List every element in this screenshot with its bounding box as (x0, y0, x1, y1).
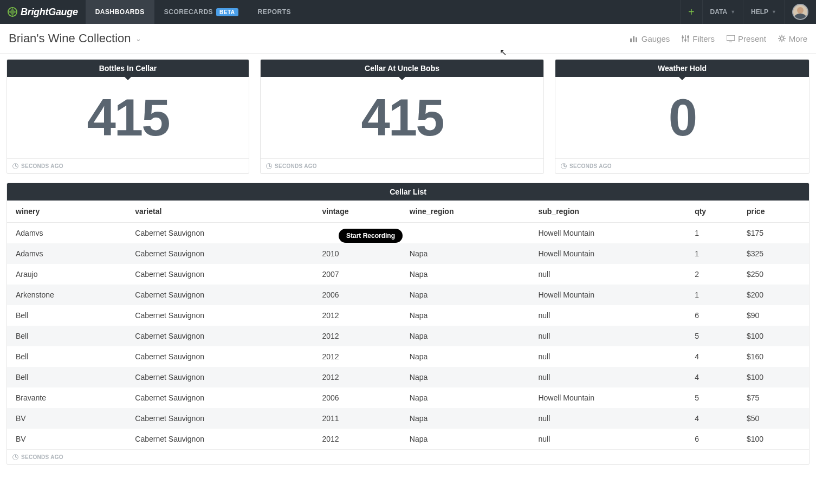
nav-reports[interactable]: REPORTS (248, 0, 301, 24)
col-vintage[interactable]: vintage (316, 201, 404, 223)
cellar-table: winery varietal vintage wine_region sub_… (7, 201, 809, 449)
col-winery[interactable]: winery (7, 201, 129, 223)
cell-vintage: 2012 (316, 367, 404, 387)
card-footer: SECONDS AGO (7, 449, 809, 464)
present-button[interactable]: Present (727, 34, 766, 43)
col-qty[interactable]: qty (689, 201, 741, 223)
cell-varietal: Cabernet Sauvignon (129, 408, 316, 429)
help-menu[interactable]: HELP▼ (743, 0, 784, 24)
table-row[interactable]: BVCabernet Sauvignon2012Napanull6$100 (7, 429, 809, 449)
cell-vintage: 2007 (316, 264, 404, 285)
table-row[interactable]: AraujoCabernet Sauvignon2007Napanull2$25… (7, 264, 809, 285)
cell-varietal: Cabernet Sauvignon (129, 243, 316, 264)
filters-button[interactable]: Filters (682, 34, 715, 43)
cell-winery: Arkenstone (7, 285, 129, 305)
cell-varietal: Cabernet Sauvignon (129, 367, 316, 387)
table-header-row: winery varietal vintage wine_region sub_… (7, 201, 809, 223)
cell-price: $100 (741, 429, 809, 449)
nav-scorecards[interactable]: SCORECARDS BETA (154, 0, 248, 24)
data-menu[interactable]: DATA▼ (702, 0, 743, 24)
cell-sub_region: Howell Mountain (533, 243, 689, 264)
svg-line-20 (783, 36, 785, 37)
card-weather-hold[interactable]: Weather Hold 0 SECONDS AGO (555, 59, 809, 174)
cell-vintage: 2010 (316, 243, 404, 264)
table-row[interactable]: BellCabernet Sauvignon2012Napanull4$100 (7, 367, 809, 387)
cell-price: $175 (741, 223, 809, 244)
svg-rect-10 (727, 35, 735, 41)
brand-logo[interactable]: BrightGauge (0, 0, 86, 24)
cell-winery: Araujo (7, 264, 129, 285)
table-row[interactable]: AdamvsCabernet SauvignonHowell Mountain1… (7, 223, 809, 244)
col-price[interactable]: price (741, 201, 809, 223)
cell-sub_region: Howell Mountain (533, 387, 689, 408)
cell-sub_region: null (533, 408, 689, 429)
chevron-down-icon: ▼ (730, 9, 735, 15)
chevron-down-icon: ⌄ (135, 35, 141, 43)
cell-price: $325 (741, 243, 809, 264)
col-sub-region[interactable]: sub_region (533, 201, 689, 223)
cell-winery: Adamvs (7, 243, 129, 264)
table-row[interactable]: ArkenstoneCabernet Sauvignon2006NapaHowe… (7, 285, 809, 305)
cell-wine_region: Napa (404, 346, 533, 367)
svg-point-5 (682, 36, 684, 38)
card-header: Cellar At Uncle Bobs (261, 60, 543, 77)
table-row[interactable]: BellCabernet Sauvignon2012Napanull4$160 (7, 346, 809, 367)
cell-wine_region: Napa (404, 264, 533, 285)
user-menu[interactable] (784, 0, 816, 24)
gauges-button[interactable]: Gauges (630, 34, 670, 43)
cell-qty: 1 (689, 223, 741, 244)
monitor-icon (727, 35, 735, 42)
cell-wine_region: Napa (404, 387, 533, 408)
nav-dashboards[interactable]: DASHBOARDS (86, 0, 154, 24)
cell-winery: Bell (7, 326, 129, 346)
beta-badge: BETA (216, 8, 238, 16)
cell-winery: Bell (7, 346, 129, 367)
cell-wine_region: Napa (404, 326, 533, 346)
cellar-list-card: Cellar List winery varietal vintage wine… (7, 183, 809, 465)
table-row[interactable]: BellCabernet Sauvignon2012Napanull5$100 (7, 326, 809, 346)
clock-icon (12, 454, 18, 460)
cell-qty: 6 (689, 305, 741, 326)
svg-point-9 (687, 36, 689, 38)
dashboard-title[interactable]: Brian's Wine Collection ⌄ (9, 31, 141, 46)
cell-sub_region: null (533, 429, 689, 449)
svg-line-17 (779, 36, 780, 37)
cell-vintage: 2006 (316, 387, 404, 408)
card-cellar-uncle-bobs[interactable]: Cellar At Uncle Bobs 415 SECONDS AGO (260, 59, 544, 174)
table-row[interactable]: BellCabernet Sauvignon2012Napanull6$90 (7, 305, 809, 326)
cell-qty: 6 (689, 429, 741, 449)
cell-qty: 1 (689, 285, 741, 305)
svg-rect-2 (633, 36, 634, 42)
cell-varietal: Cabernet Sauvignon (129, 305, 316, 326)
add-button[interactable]: + (680, 0, 702, 24)
cell-price: $75 (741, 387, 809, 408)
cell-winery: BV (7, 429, 129, 449)
more-button[interactable]: More (778, 34, 807, 43)
card-bottles-in-cellar[interactable]: Bottles In Cellar 415 SECONDS AGO (7, 59, 249, 174)
cell-varietal: Cabernet Sauvignon (129, 429, 316, 449)
col-varietal[interactable]: varietal (129, 201, 316, 223)
cell-sub_region: Howell Mountain (533, 285, 689, 305)
cell-qty: 4 (689, 346, 741, 367)
cell-varietal: Cabernet Sauvignon (129, 387, 316, 408)
cell-qty: 1 (689, 243, 741, 264)
cell-vintage: 2012 (316, 346, 404, 367)
table-row[interactable]: BravanteCabernet Sauvignon2006NapaHowell… (7, 387, 809, 408)
svg-line-18 (783, 40, 785, 41)
sliders-icon (682, 35, 689, 42)
app-header: BrightGauge DASHBOARDS SCORECARDS BETA R… (0, 0, 816, 24)
cell-wine_region: Napa (404, 367, 533, 387)
cell-varietal: Cabernet Sauvignon (129, 346, 316, 367)
recording-tooltip[interactable]: Start Recording (339, 229, 403, 243)
table-row[interactable]: BVCabernet Sauvignon2011Napanull4$50 (7, 408, 809, 429)
main-nav: DASHBOARDS SCORECARDS BETA REPORTS (86, 0, 680, 24)
cell-sub_region: null (533, 264, 689, 285)
cell-wine_region: Napa (404, 243, 533, 264)
cell-winery: BV (7, 408, 129, 429)
col-wine-region[interactable]: wine_region (404, 201, 533, 223)
cell-price: $50 (741, 408, 809, 429)
card-header: Bottles In Cellar (7, 60, 249, 77)
table-row[interactable]: AdamvsCabernet Sauvignon2010NapaHowell M… (7, 243, 809, 264)
cell-price: $90 (741, 305, 809, 326)
cell-wine_region (404, 223, 533, 244)
